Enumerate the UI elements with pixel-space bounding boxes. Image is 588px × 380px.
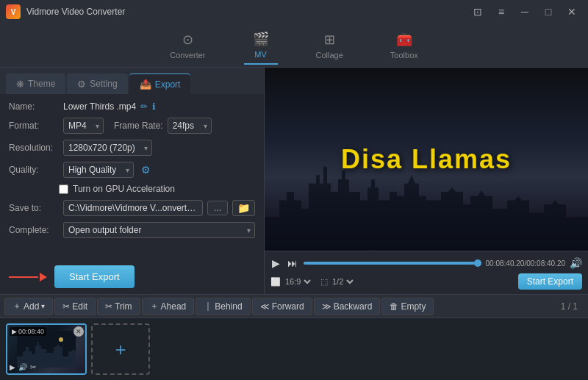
empty-label: Empty <box>401 301 426 312</box>
resolution-select-wrapper: 1280x720 (720p) <box>63 140 152 156</box>
start-export-button[interactable]: Start Export <box>54 265 135 288</box>
format-select[interactable]: MP4 <box>63 118 104 134</box>
export-label: Export <box>155 79 181 90</box>
edit-label: Edit <box>72 301 87 312</box>
timeline-add-button[interactable]: ＋ <box>91 323 150 375</box>
message-button[interactable]: ⊡ <box>467 4 488 19</box>
app-logo: V <box>6 4 21 19</box>
quality-row: Quality: High Quality ⚙ <box>9 162 255 178</box>
backward-button[interactable]: ≫ Backward <box>314 298 381 315</box>
setting-icon: ⚙ <box>77 79 86 90</box>
tab-converter[interactable]: ⊙ Converter <box>161 27 214 64</box>
trim-label: Trim <box>115 301 132 312</box>
skip-button[interactable]: ⏭ <box>286 256 299 270</box>
behind-button[interactable]: ｜ Behind <box>196 298 250 315</box>
close-button[interactable]: ✕ <box>562 4 582 19</box>
arrow-indicator <box>9 273 47 282</box>
ratio-select[interactable]: 16:9 4:3 1:1 <box>282 276 313 287</box>
quality-select[interactable]: High Quality <box>63 162 134 178</box>
window-controls: ⊡ ≡ ─ □ ✕ <box>467 4 582 19</box>
timeline-item[interactable]: ▶ 00:08:40 ✕ ▶ 🔊 ✂ <box>6 323 87 375</box>
controls-row2: ⬜ 16:9 4:3 1:1 ⬚ 1/2 1/1 Start Export <box>270 272 582 291</box>
complete-select-wrapper: Open output folder Do nothing Open folde… <box>63 222 255 238</box>
timeline-close-button[interactable]: ✕ <box>74 326 84 337</box>
edit-button[interactable]: ✂ Edit <box>54 298 96 315</box>
timeline-controls: ▶ 🔊 ✂ <box>10 363 36 371</box>
empty-button[interactable]: 🗑 Empty <box>381 298 434 315</box>
tl-cut-icon[interactable]: ✂ <box>30 363 36 371</box>
forward-label: Forward <box>272 301 304 312</box>
framerate-select[interactable]: 24fps <box>168 118 212 134</box>
format-label: Format: <box>9 121 59 131</box>
thumb-cityscape <box>17 331 76 368</box>
ahead-button[interactable]: ＋ Ahead <box>142 298 195 315</box>
empty-icon: 🗑 <box>390 301 398 312</box>
preview-title-text: Disa Llamas <box>341 144 512 175</box>
framerate-label: Frame Rate: <box>114 121 163 131</box>
forward-icon: ≪ <box>260 301 270 312</box>
time-display: 00:08:40.20/00:08:40.20 <box>486 259 565 268</box>
arrow-head <box>40 273 47 282</box>
collage-icon: ⊞ <box>324 32 335 48</box>
name-row: Name: Lower Thirds .mp4 ✏ ℹ <box>9 101 255 112</box>
progress-bar[interactable] <box>304 262 481 265</box>
saveto-label: Save to: <box>9 203 59 213</box>
tab-toolbox[interactable]: 🧰 Toolbox <box>381 27 427 64</box>
edit-icon: ✂ <box>62 301 70 312</box>
forward-button[interactable]: ≪ Forward <box>252 298 312 315</box>
converter-icon: ⊙ <box>182 32 193 48</box>
info-icon[interactable]: ℹ <box>152 101 156 112</box>
arrow-line <box>9 276 38 278</box>
split-select[interactable]: 1/2 1/1 <box>329 276 356 287</box>
add-button[interactable]: ＋ Add ▾ <box>4 298 53 315</box>
mv-label: MV <box>254 50 267 59</box>
edit-icon[interactable]: ✏ <box>140 101 148 112</box>
start-export-panel: Start Export <box>0 259 264 294</box>
quality-select-wrapper: High Quality <box>63 162 134 178</box>
behind-icon: ｜ <box>204 300 212 312</box>
saveto-folder-button[interactable]: 📁 <box>232 200 255 216</box>
complete-select[interactable]: Open output folder Do nothing Open folde… <box>63 222 255 238</box>
form-area: Name: Lower Thirds .mp4 ✏ ℹ Format: MP4 … <box>0 94 264 259</box>
collage-label: Collage <box>316 51 343 60</box>
split-icon: ⬚ <box>320 277 328 287</box>
right-panel: Disa Llamas ▶ ⏭ 00:08:40.20/00:08:40.20 … <box>265 68 588 294</box>
add-chevron: ▾ <box>41 302 45 310</box>
minimize-button[interactable]: ─ <box>514 4 535 19</box>
quality-settings-icon[interactable]: ⚙ <box>141 164 151 176</box>
main-content: ❋ Theme ⚙ Setting 📤 Export Name: Lower T… <box>0 68 588 294</box>
start-export-small-button[interactable]: Start Export <box>518 273 582 290</box>
tl-play-icon[interactable]: ▶ <box>10 363 15 371</box>
volume-icon[interactable]: 🔊 <box>570 257 582 269</box>
complete-row: Complete: Open output folder Do nothing … <box>9 222 255 238</box>
menu-button[interactable]: ≡ <box>491 4 512 19</box>
sub-tab-export[interactable]: 📤 Export <box>129 74 191 94</box>
tl-vol-icon[interactable]: 🔊 <box>18 363 27 371</box>
gpu-row: Turn on GPU Acceleration <box>9 184 255 194</box>
trim-button[interactable]: ✂ Trim <box>97 298 140 315</box>
timeline: ▶ 00:08:40 ✕ ▶ 🔊 ✂ ＋ <box>0 318 588 380</box>
trim-icon: ✂ <box>105 301 112 312</box>
titlebar: V Vidmore Video Converter ⊡ ≡ ─ □ ✕ <box>0 0 588 24</box>
tab-collage[interactable]: ⊞ Collage <box>307 27 352 64</box>
backward-label: Backward <box>334 301 373 312</box>
sub-tab-theme[interactable]: ❋ Theme <box>6 74 65 94</box>
play-button[interactable]: ▶ <box>270 256 282 270</box>
gpu-checkbox[interactable] <box>59 184 68 194</box>
add-label: Add <box>24 301 39 312</box>
saveto-browse-button[interactable]: ... <box>207 201 228 215</box>
bottom-toolbar: ＋ Add ▾ ✂ Edit ✂ Trim ＋ Ahead ｜ Behind ≪… <box>0 294 588 318</box>
maximize-button[interactable]: □ <box>538 4 559 19</box>
converter-label: Converter <box>170 51 205 60</box>
gpu-label: Turn on GPU Acceleration <box>73 184 175 194</box>
tab-mv[interactable]: 🎬 MV <box>244 26 278 65</box>
complete-label: Complete: <box>9 225 59 235</box>
nav-tabs: ⊙ Converter 🎬 MV ⊞ Collage 🧰 Toolbox <box>0 24 588 68</box>
ratio-icon: ⬜ <box>270 277 281 287</box>
app-title: Vidmore Video Converter <box>26 7 125 17</box>
sub-tab-setting[interactable]: ⚙ Setting <box>67 74 127 94</box>
svg-point-1 <box>59 337 63 342</box>
resolution-label: Resolution: <box>9 143 59 153</box>
toolbox-icon: 🧰 <box>396 32 412 48</box>
resolution-select[interactable]: 1280x720 (720p) <box>63 140 152 156</box>
